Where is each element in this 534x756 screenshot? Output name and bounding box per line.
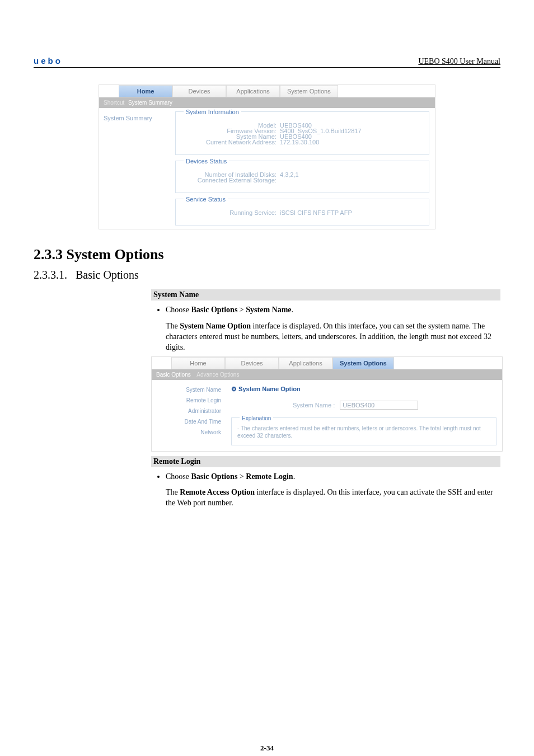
fieldset-devices-status: Devices Status Number of Installed Disks…: [175, 161, 429, 193]
panel-title-system-name-option: ⚙ System Name Option: [231, 386, 496, 393]
sidebar-item-administrator[interactable]: Administrator: [160, 408, 221, 414]
label-running-service: Running Service:: [181, 209, 280, 216]
legend-service-status: Service Status: [184, 196, 228, 203]
sidebar-item-system-summary[interactable]: System Summary: [104, 115, 165, 121]
label-network-address: Current Network Address:: [181, 139, 280, 145]
value-ext-storage: [280, 177, 423, 184]
sidebar-item-network[interactable]: Network: [160, 429, 221, 435]
section-label-system-name: System Name: [151, 289, 500, 300]
sidebar-item-remote-login[interactable]: Remote Login: [160, 397, 221, 403]
sidebar-item-date-time[interactable]: Date And Time: [160, 419, 221, 425]
bullet-choose-remote-login: Choose Basic Options > Remote Login.: [166, 472, 500, 482]
bullet-choose-system-name: Choose Basic Options > System Name.: [166, 305, 500, 316]
page-number: 2-34: [34, 744, 500, 753]
brand-logo: uebo: [34, 56, 63, 65]
label-ext-storage: Connected External Storage:: [181, 177, 280, 184]
subtab-prefix: Shortcut: [104, 100, 124, 106]
paragraph-remote-login: The Remote Access Option interface is di…: [166, 487, 500, 509]
label-system-name-field: System Name :: [293, 402, 335, 408]
tab-applications[interactable]: Applications: [226, 85, 280, 97]
screenshot-system-summary: Home Devices Applications System Options…: [99, 84, 435, 229]
tab-home[interactable]: Home: [171, 357, 225, 369]
sidebar-item-system-name[interactable]: System Name: [160, 387, 221, 393]
manual-title: UEBO S400 User Manual: [418, 57, 500, 66]
tab-devices[interactable]: Devices: [172, 85, 226, 97]
section-label-remote-login: Remote Login: [151, 456, 500, 467]
legend-explanation: Explanation: [240, 415, 273, 421]
screenshot-system-name-option: Home Devices Applications System Options…: [151, 356, 503, 452]
value-network-address: 172.19.30.100: [280, 139, 423, 145]
tab-devices[interactable]: Devices: [225, 357, 279, 369]
fieldset-explanation: Explanation - The characters entered mus…: [231, 417, 496, 445]
tab-applications[interactable]: Applications: [279, 357, 332, 369]
page-header: uebo UEBO S400 User Manual: [34, 56, 500, 68]
gear-icon: ⚙: [231, 386, 237, 392]
subtab-basic-options[interactable]: Basic Options: [156, 372, 191, 378]
input-system-name[interactable]: UEBOS400: [340, 401, 418, 410]
tab-home[interactable]: Home: [119, 85, 172, 97]
tab-system-options[interactable]: System Options: [280, 85, 338, 97]
fieldset-system-information: System Information Model:UEBOS400 Firmwa…: [175, 111, 429, 155]
heading-basic-options: 2.3.3.1. Basic Options: [34, 269, 500, 281]
fieldset-service-status: Service Status Running Service:iSCSI CIF…: [175, 199, 429, 226]
legend-system-information: System Information: [184, 109, 241, 115]
heading-system-options: 2.3.3 System Options: [34, 246, 500, 263]
legend-devices-status: Devices Status: [184, 158, 229, 165]
tab-system-options[interactable]: System Options: [332, 357, 394, 369]
value-running-service: iSCSI CIFS NFS FTP AFP: [280, 209, 423, 216]
subtab-advance-options[interactable]: Advance Options: [196, 372, 239, 378]
text-explanation: - The characters entered must be either …: [237, 425, 490, 439]
paragraph-system-name: The System Name Option interface is disp…: [166, 321, 500, 353]
subtab-system-summary[interactable]: System Summary: [128, 100, 172, 106]
